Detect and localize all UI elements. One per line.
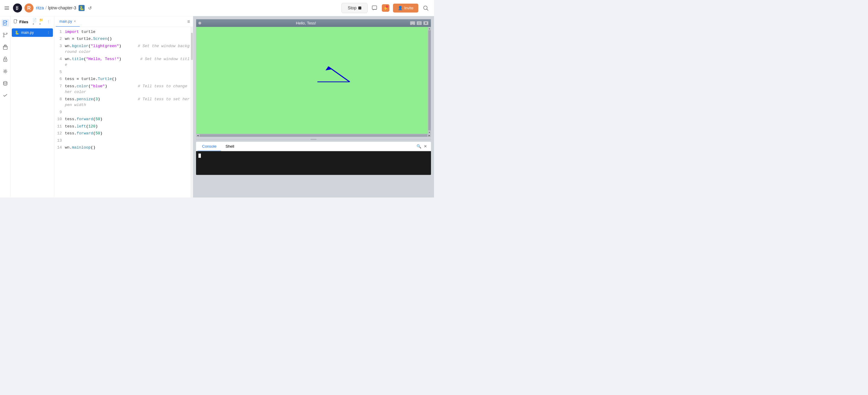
code-line-13: 13 (54, 137, 191, 144)
shell-tab-label: Shell (226, 144, 234, 148)
turtle-close-btn[interactable]: ✕ (424, 21, 429, 25)
console-content[interactable] (196, 151, 431, 175)
turtle-canvas (196, 27, 428, 134)
code-line-3: 3 wn.bgcolor("lightgreen") # Set the win… (54, 43, 191, 56)
turtle-minimize-btn[interactable]: _ (410, 21, 415, 25)
turtle-scrollbar-h[interactable]: ◀ ▶ (196, 134, 431, 137)
resize-handle[interactable] (196, 139, 431, 140)
stop-button[interactable]: Stop (341, 3, 368, 13)
svg-rect-17 (14, 19, 17, 23)
tab-main-py[interactable]: main.py ✕ (56, 16, 80, 27)
code-line-5: 5 (54, 68, 191, 76)
code-line-11: 11 tess.left(120) (54, 123, 191, 130)
tab-label: main.py (59, 19, 72, 23)
code-line-9: 9 (54, 109, 191, 116)
svg-point-16 (3, 82, 7, 83)
invite-button[interactable]: 👤 Invite (393, 4, 418, 13)
scroll-up-icon[interactable]: ▲ (428, 27, 431, 30)
turtle-scrollbar-v[interactable]: ▲ ▼ (428, 27, 431, 134)
username[interactable]: ritza (36, 6, 44, 10)
turtle-drawing (196, 27, 428, 134)
turtle-dot-icon (198, 22, 202, 25)
svg-rect-13 (4, 59, 7, 62)
python-file-icon: 🐍 (15, 30, 19, 35)
user-avatar[interactable]: R (25, 4, 33, 13)
code-line-6: 6 tess = turtle.Turtle() (54, 76, 191, 83)
topbar-left: R ritza / lptrw-chapter-3 🐍 ↺ (4, 4, 338, 13)
svg-line-3 (427, 9, 428, 10)
scroll-thumb-h (200, 134, 428, 137)
notification-dot (386, 5, 388, 8)
file-panel-icon (13, 19, 18, 25)
code-line-14: 14 wn.mainloop() (54, 144, 191, 151)
console-search-icon[interactable]: 🔍 (416, 144, 421, 149)
sidebar-item-tasks[interactable] (1, 92, 9, 100)
editor-content: 1 import turtle 2 wn = turtle.Screen() 3… (54, 27, 193, 198)
tab-console[interactable]: Console (197, 142, 221, 151)
code-scrollbar[interactable] (191, 27, 193, 198)
file-item-main-py[interactable]: 🐍 main.py ⋮ (12, 28, 53, 37)
scroll-left-icon[interactable]: ◀ (196, 134, 199, 137)
resize-handle-icon (311, 139, 317, 140)
scroll-down-icon[interactable]: ▼ (428, 131, 431, 134)
chat-icon[interactable] (371, 4, 378, 12)
turtle-window-controls: _ □ ✕ (410, 21, 429, 25)
menu-icon[interactable] (4, 5, 10, 11)
console-toolbar: 🔍 ✕ (414, 142, 430, 151)
turtle-titlebar: Hello, Tess! _ □ ✕ (196, 19, 431, 27)
file-more-icon[interactable]: ⋮ (47, 31, 50, 35)
svg-point-10 (3, 36, 4, 37)
sidebar-item-files[interactable] (1, 19, 9, 27)
tab-close-icon[interactable]: ✕ (73, 19, 76, 23)
sidebar-item-database[interactable] (1, 80, 9, 87)
console-tab-label: Console (202, 144, 217, 148)
tab-shell[interactable]: Shell (221, 142, 239, 151)
topbar: R ritza / lptrw-chapter-3 🐍 ↺ Stop ⚡ (0, 0, 434, 16)
project-name[interactable]: lptrw-chapter-3 (48, 6, 76, 10)
collapse-icon[interactable]: ☰ (185, 19, 191, 25)
turtle-window: Hello, Tess! _ □ ✕ (196, 19, 431, 137)
tab-bar: main.py ✕ ☰ (54, 16, 193, 27)
replit-logo (13, 4, 22, 13)
sidebar-item-packages[interactable] (1, 44, 9, 51)
svg-point-14 (5, 60, 6, 61)
code-editor: main.py ✕ ☰ 1 import turtle 2 wn = turtl… (54, 16, 193, 198)
file-name: main.py (21, 30, 45, 35)
code-line-1: 1 import turtle (54, 28, 191, 36)
file-panel-actions: 📄+ 📁+ ⋮ (33, 19, 51, 25)
history-icon[interactable]: ↺ (87, 5, 93, 11)
sidebar-item-settings[interactable] (1, 68, 9, 75)
sidebar-item-secrets[interactable] (1, 56, 9, 63)
sidebar-item-git[interactable] (1, 31, 9, 39)
file-panel: Files 📄+ 📁+ ⋮ 🐍 main.py ⋮ (10, 16, 54, 198)
stop-square-icon (358, 7, 361, 10)
new-file-icon[interactable]: 📄+ (33, 19, 38, 25)
code-area[interactable]: 1 import turtle 2 wn = turtle.Screen() 3… (54, 27, 191, 198)
new-folder-icon[interactable]: 📁+ (39, 19, 44, 25)
ai-icon[interactable]: ⚡ (382, 4, 390, 12)
code-line-8: 8 tess.pensize(3) # Tell tess to set her… (54, 96, 191, 109)
code-scrollbar-thumb (191, 33, 193, 60)
console-close-icon[interactable]: ✕ (424, 144, 427, 149)
stop-label: Stop (348, 6, 356, 10)
code-line-10: 10 tess.forward(50) (54, 116, 191, 123)
file-panel-header: Files 📄+ 📁+ ⋮ (10, 16, 54, 28)
scroll-right-icon[interactable]: ▶ (428, 134, 431, 137)
console-cursor (198, 154, 201, 158)
topbar-right: ⚡ 👤 Invite (371, 4, 430, 13)
turtle-maximize-btn[interactable]: □ (417, 21, 422, 25)
console-panel: Console Shell 🔍 ✕ (196, 142, 431, 175)
turtle-title: Hello, Tess! (203, 21, 410, 26)
turtle-canvas-wrapper: ▲ ▼ (196, 27, 431, 134)
svg-rect-1 (372, 6, 377, 9)
main-layout: Files 📄+ 📁+ ⋮ 🐍 main.py ⋮ main.py ✕ ☰ (0, 16, 434, 198)
more-options-icon[interactable]: ⋮ (46, 19, 51, 25)
sidebar (0, 16, 10, 198)
search-icon[interactable] (422, 4, 430, 12)
code-line-12: 12 tess.forward(50) (54, 130, 191, 137)
scroll-thumb-v (428, 30, 431, 131)
code-line-7: 7 tess.color("blue") # Tell tess to chan… (54, 83, 191, 96)
svg-point-15 (4, 70, 6, 72)
svg-point-8 (3, 33, 4, 34)
files-title: Files (19, 20, 31, 25)
